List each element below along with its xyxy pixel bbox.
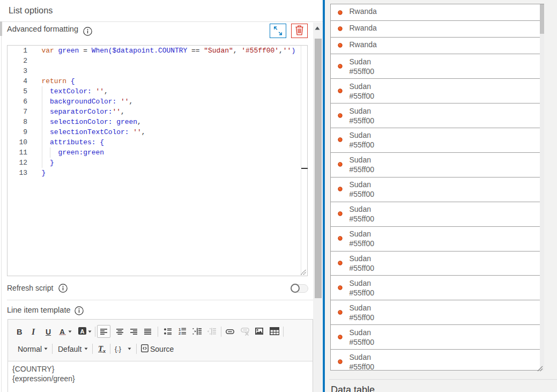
svg-text:2: 2 [179, 331, 181, 335]
